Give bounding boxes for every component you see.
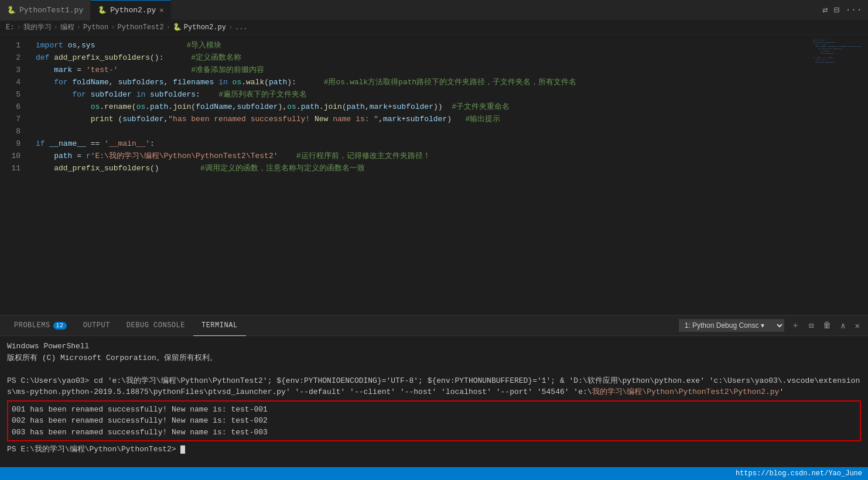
- cursor: [180, 445, 185, 454]
- line-numbers: 12345 678910 11: [0, 35, 26, 315]
- tab-bar: 🐍 PythonTest1.py 🐍 Python2.py ✕ ⇄ ⊟ ···: [0, 0, 868, 20]
- breadcrumb-coding[interactable]: 编程: [60, 22, 74, 32]
- close-panel-button[interactable]: ✕: [853, 320, 862, 332]
- code-line-1: import os,sys #导入模块: [36, 39, 809, 52]
- terminal-header: Windows PowerShell 版权所有 (C) Microsoft Co…: [7, 341, 861, 364]
- code-editor[interactable]: import os,sys #导入模块 def add_prefix_subfo…: [26, 35, 809, 315]
- breadcrumb-mystudy[interactable]: 我的学习: [23, 22, 52, 32]
- minimap-content: import os,sys def add_prefix_subfolders(…: [809, 35, 868, 68]
- new-terminal-button[interactable]: ＋: [789, 319, 802, 332]
- status-bar: https://blog.csdn.net/Yao_June: [0, 467, 868, 480]
- code-line-10: path = r'E:\我的学习\编程\Python\PythonTest2\T…: [36, 150, 809, 162]
- code-line-8: [36, 125, 809, 138]
- terminal-selector[interactable]: 1: Python Debug Consc ▾: [679, 319, 784, 332]
- tab-actions: ⇄ ⊟ ···: [822, 4, 868, 16]
- terminal-prompt: PS E:\我的学习\编程\Python\PythonTest2>: [7, 444, 861, 455]
- breadcrumb: E: › 我的学习 › 编程 › Python › PythonTest2 › …: [0, 20, 868, 35]
- code-line-4: for foldName, subfolders, filenames in o…: [36, 76, 809, 88]
- status-url: https://blog.csdn.net/Yao_June: [736, 469, 862, 478]
- tab-terminal[interactable]: TERMINAL: [193, 316, 246, 336]
- debug-tab-label: DEBUG CONSOLE: [127, 321, 185, 330]
- problems-tab-label: PROBLEMS: [14, 321, 50, 330]
- terminal-tab-label: TERMINAL: [201, 321, 238, 330]
- prompt-text: PS E:\我的学习\编程\Python\PythonTest2>: [7, 445, 180, 454]
- code-line-2: def add_prefix_subfolders(): #定义函数名称: [36, 52, 809, 64]
- close-tab-button[interactable]: ✕: [159, 6, 163, 15]
- terminal-output-box: 001 has been renamed successfully! New n…: [7, 400, 861, 442]
- code-line-5: for subfolder in subfolders: #遍历列表下的子文件夹…: [36, 88, 809, 101]
- breadcrumb-python[interactable]: Python: [83, 23, 108, 32]
- split-editor-icon[interactable]: ⇄: [822, 4, 828, 16]
- editor-area: 12345 678910 11 import os,sys #导入模块 def …: [0, 35, 868, 315]
- maximize-panel-button[interactable]: ∧: [838, 320, 848, 332]
- editor-layout-icon[interactable]: ⊟: [834, 4, 840, 16]
- code-line-11: add_prefix_subfolders() #调用定义的函数，注意名称与定义…: [36, 162, 809, 174]
- panel: PROBLEMS 12 OUTPUT DEBUG CONSOLE TERMINA…: [0, 315, 868, 467]
- output-line-1: 001 has been renamed successfully! New n…: [12, 404, 856, 416]
- breadcrumb-pythontest2[interactable]: PythonTest2: [117, 23, 163, 32]
- code-line-9: if __name__ == '__main__':: [36, 138, 809, 150]
- tab-debug-console[interactable]: DEBUG CONSOLE: [118, 316, 193, 336]
- code-line-3: mark = 'test-' #准备添加的前缀内容: [36, 64, 809, 76]
- tab-label-active: Python2.py: [110, 6, 156, 15]
- output-line-2: 002 has been renamed successfully! New n…: [12, 415, 856, 427]
- tab-output[interactable]: OUTPUT: [75, 316, 118, 336]
- tab-problems[interactable]: PROBLEMS 12: [6, 316, 75, 336]
- python-file-icon-active: 🐍: [98, 6, 107, 15]
- tab-python2[interactable]: 🐍 Python2.py ✕: [91, 0, 171, 20]
- minimap: import os,sys def add_prefix_subfolders(…: [809, 35, 868, 315]
- code-line-6: os.rename(os.path.join(foldName,subfolde…: [36, 101, 809, 113]
- panel-tab-bar: PROBLEMS 12 OUTPUT DEBUG CONSOLE TERMINA…: [0, 316, 868, 336]
- tab-pythontest1[interactable]: 🐍 PythonTest1.py: [0, 0, 91, 20]
- code-line-7: print (subfolder,"has been renamed succe…: [36, 113, 809, 125]
- terminal-content[interactable]: Windows PowerShell 版权所有 (C) Microsoft Co…: [0, 336, 868, 467]
- kill-terminal-button[interactable]: 🗑: [821, 320, 833, 331]
- panel-actions: 1: Python Debug Consc ▾ ＋ ⊟ 🗑 ∧ ✕: [679, 319, 862, 332]
- breadcrumb-python2file[interactable]: 🐍 Python2.py: [173, 23, 226, 32]
- problems-badge: 12: [53, 322, 67, 330]
- tab-label: PythonTest1.py: [19, 6, 83, 15]
- output-line-3: 003 has been renamed successfully! New n…: [12, 427, 856, 438]
- breadcrumb-ellipsis: ...: [235, 23, 248, 32]
- python-file-icon: 🐍: [7, 6, 16, 15]
- terminal-command: PS C:\Users\yao03> cd 'e:\我的学习\编程\Python…: [7, 375, 861, 398]
- split-terminal-button[interactable]: ⊟: [807, 320, 816, 332]
- output-tab-label: OUTPUT: [83, 321, 110, 330]
- more-actions-icon[interactable]: ···: [845, 5, 862, 15]
- breadcrumb-e: E:: [6, 23, 14, 32]
